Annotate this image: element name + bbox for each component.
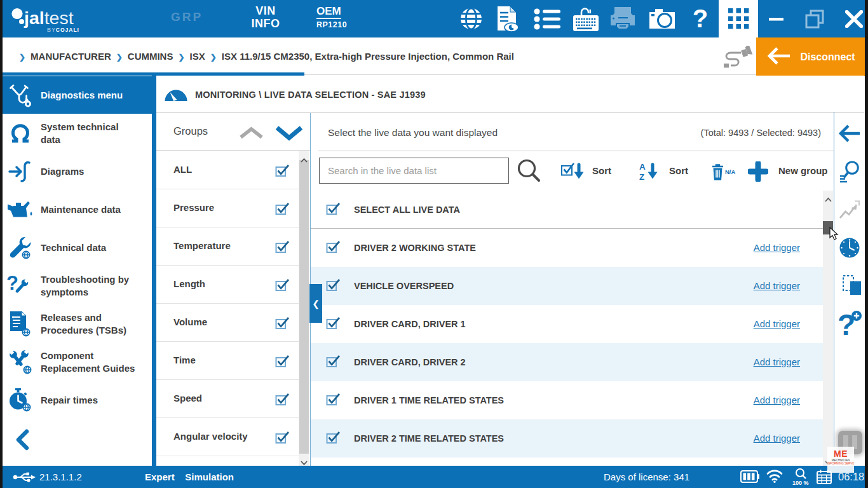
svg-text:N/A: N/A <box>725 168 736 175</box>
svg-text:100 %: 100 % <box>792 480 809 485</box>
svg-text:BYCOJALI: BYCOJALI <box>47 27 79 33</box>
svg-text:Z: Z <box>639 172 644 182</box>
svg-text:jaltest: jaltest <box>24 8 74 28</box>
svg-text:A: A <box>639 162 646 172</box>
